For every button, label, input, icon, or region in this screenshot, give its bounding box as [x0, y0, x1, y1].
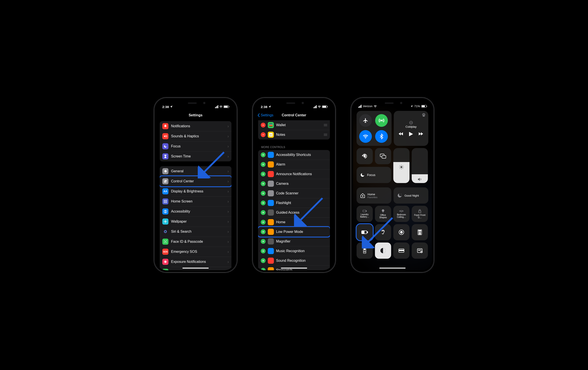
svg-line-63	[403, 165, 403, 166]
add-button[interactable]: +	[261, 239, 266, 244]
remove-button[interactable]: −	[261, 132, 266, 137]
remove-button[interactable]: −	[261, 123, 266, 127]
add-button[interactable]: +	[261, 201, 266, 205]
add-button[interactable]: +	[261, 268, 266, 270]
wifi-icon	[219, 105, 223, 108]
add-button[interactable]: +	[261, 258, 266, 263]
settings-row[interactable]: Focus ›	[160, 141, 231, 151]
row-icon	[162, 218, 168, 225]
rotation-lock-button[interactable]	[357, 148, 373, 164]
next-track-icon[interactable]	[419, 132, 423, 136]
more-control-row[interactable]: + Flashlight	[258, 198, 330, 208]
settings-row[interactable]: AA Display & Brightness ›	[160, 186, 231, 196]
screen-mirror-button[interactable]	[375, 148, 391, 164]
more-control-row[interactable]: + Home	[258, 217, 330, 227]
more-control-row[interactable]: + Camera	[258, 179, 330, 188]
row-label: Emergency SOS	[171, 250, 225, 254]
settings-row[interactable]: Control Center ›	[160, 176, 231, 186]
airplane-mode-button[interactable]	[359, 114, 372, 127]
drag-handle[interactable]	[324, 134, 327, 136]
home-indicator[interactable]	[281, 268, 307, 268]
remote-button[interactable]	[357, 243, 373, 259]
drag-handle[interactable]	[324, 124, 327, 126]
more-control-row[interactable]: + Announce Notifications	[258, 169, 330, 179]
play-icon[interactable]	[409, 132, 413, 136]
svg-point-89	[364, 249, 366, 250]
add-button[interactable]: +	[261, 249, 266, 253]
chevron-left-icon	[257, 113, 260, 117]
connectivity-module[interactable]	[357, 111, 392, 146]
more-control-row[interactable]: + Guided Access	[258, 208, 330, 217]
screen-record-button[interactable]	[393, 224, 410, 240]
more-control-row[interactable]: + Alarm	[258, 160, 330, 169]
low-power-mode-button[interactable]	[357, 224, 373, 240]
calculator-button[interactable]	[412, 224, 428, 240]
svg-line-33	[166, 261, 167, 261]
notch	[376, 100, 409, 106]
add-button[interactable]: +	[261, 220, 266, 225]
add-button[interactable]: +	[261, 181, 266, 186]
chevron-right-icon: ›	[228, 144, 229, 149]
mini-tile-1[interactable]: Office Shapes	[375, 206, 391, 222]
cellular-button[interactable]	[375, 114, 388, 127]
included-control-row[interactable]: − Wallet	[258, 120, 330, 130]
settings-row[interactable]: Exposure Notifications ›	[160, 257, 231, 267]
prev-track-icon[interactable]	[399, 132, 403, 136]
airplay-icon[interactable]	[422, 113, 426, 117]
add-button[interactable]: +	[261, 191, 266, 196]
settings-row[interactable]: General ›	[160, 166, 231, 176]
add-button[interactable]: +	[261, 162, 266, 167]
settings-row[interactable]: Face ID & Passcode ›	[160, 236, 231, 247]
wallet-button[interactable]	[393, 243, 410, 259]
phone-settings: 2:38 Settings Notifications › Sounds & H…	[154, 98, 237, 272]
settings-row[interactable]: Screen Time ›	[160, 151, 231, 161]
svg-line-32	[164, 262, 165, 263]
svg-point-93	[365, 252, 366, 252]
quick-note-button[interactable]	[412, 243, 428, 259]
chevron-right-icon: ›	[228, 199, 229, 204]
add-button[interactable]: +	[261, 229, 266, 234]
row-label: Home Screen	[171, 199, 225, 203]
media-module[interactable]: Coldplay	[394, 111, 428, 146]
row-icon	[162, 123, 168, 129]
row-label: Sounds & Haptics	[171, 134, 225, 138]
settings-row[interactable]: Battery ›	[160, 267, 231, 270]
home-tile[interactable]: Home Favorites	[357, 187, 391, 204]
back-button[interactable]: Settings	[257, 113, 273, 117]
more-control-row[interactable]: + Magnifier	[258, 236, 330, 246]
included-control-row[interactable]: − Notes	[258, 130, 330, 140]
wifi-button[interactable]	[359, 130, 372, 143]
svg-point-19	[166, 221, 167, 222]
settings-row[interactable]: Sounds & Haptics ›	[160, 131, 231, 141]
settings-row[interactable]: Accessibility ›	[160, 206, 231, 216]
mini-tile-2[interactable]: Bedroom Ceiling…	[393, 206, 410, 222]
svg-point-84	[420, 233, 421, 234]
more-control-row[interactable]: + Sound Recognition	[258, 256, 330, 266]
bluetooth-button[interactable]	[375, 130, 388, 143]
add-button[interactable]: +	[261, 172, 266, 176]
settings-row[interactable]: Wallpaper ›	[160, 216, 231, 226]
more-control-row[interactable]: + Low Power Mode	[258, 227, 330, 236]
focus-button[interactable]: Focus	[357, 167, 391, 183]
settings-row[interactable]: Home Screen ›	[160, 196, 231, 206]
home-indicator[interactable]	[182, 268, 209, 268]
chevron-right-icon: ›	[228, 249, 229, 254]
hearing-button[interactable]	[375, 224, 391, 240]
svg-point-65	[401, 194, 401, 194]
more-control-row[interactable]: + Accessibility Shortcuts	[258, 150, 330, 160]
mini-tile-3[interactable]: Foyer Front D…	[412, 206, 428, 222]
settings-row[interactable]: Notifications ›	[160, 121, 231, 131]
more-control-row[interactable]: + Music Recognition	[258, 246, 330, 256]
night-icon	[397, 193, 402, 198]
svg-rect-71	[419, 211, 421, 213]
mini-tile-0[interactable]: Laundry Battery…	[357, 206, 373, 222]
more-control-row[interactable]: + Code Scanner	[258, 188, 330, 198]
add-button[interactable]: +	[261, 152, 266, 157]
settings-row[interactable]: SOS Emergency SOS ›	[160, 247, 231, 257]
home-indicator[interactable]	[379, 268, 406, 268]
add-button[interactable]: +	[261, 210, 266, 215]
row-label: Low Power Mode	[276, 230, 327, 234]
good-night-tile[interactable]: Good Night	[394, 187, 428, 204]
settings-row[interactable]: Siri & Search ›	[160, 226, 231, 236]
dark-mode-button[interactable]	[375, 243, 391, 259]
